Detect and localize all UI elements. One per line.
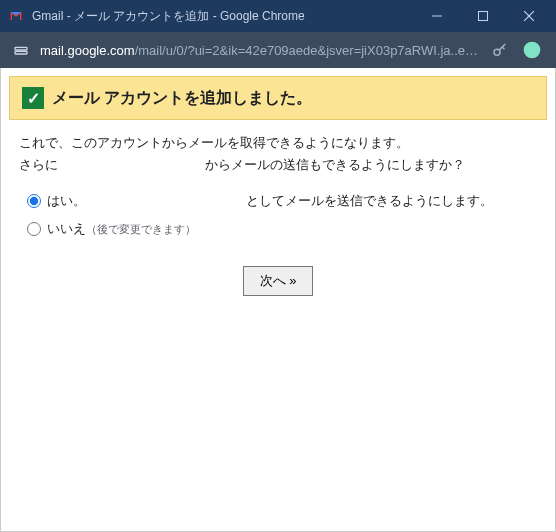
- window-title: Gmail - メール アカウントを追加 - Google Chrome: [32, 8, 414, 25]
- intro-line2-post: からメールの送信もできるようにしますか？: [205, 157, 465, 172]
- maximize-button[interactable]: [460, 0, 506, 32]
- svg-point-8: [524, 42, 541, 59]
- url-path: /mail/u/0/?ui=2&ik=42e709aede&jsver=jiX0…: [135, 43, 478, 58]
- intro-line1: これで、このアカウントからメールを取得できるようになります。: [19, 135, 409, 150]
- no-text: いいえ: [47, 221, 86, 236]
- intro-text: これで、このアカウントからメールを取得できるようになります。 さらに からメール…: [19, 132, 537, 176]
- svg-rect-1: [479, 12, 488, 21]
- page-content: ✓ メール アカウントを追加しました。 これで、このアカウントからメールを取得で…: [0, 68, 556, 532]
- radio-yes[interactable]: [27, 194, 41, 208]
- yes-pre: はい。: [47, 193, 86, 208]
- url-text[interactable]: mail.google.com/mail/u/0/?ui=2&ik=42e709…: [40, 43, 480, 58]
- password-key-icon[interactable]: [490, 41, 510, 59]
- intro-line2-pre: さらに: [19, 157, 58, 172]
- radio-no-label[interactable]: いいえ（後で変更できます）: [47, 220, 196, 238]
- radio-yes-label[interactable]: はい。としてメールを送信できるようにします。: [47, 192, 493, 210]
- gmail-icon: [8, 8, 24, 24]
- yes-post: としてメールを送信できるようにします。: [246, 193, 493, 208]
- banner-text: メール アカウントを追加しました。: [52, 88, 312, 109]
- radio-row-no: いいえ（後で変更できます）: [27, 220, 537, 238]
- redacted-email-2: [86, 195, 246, 208]
- address-bar: mail.google.com/mail/u/0/?ui=2&ik=42e709…: [0, 32, 556, 68]
- radio-no[interactable]: [27, 222, 41, 236]
- url-host: mail.google.com: [40, 43, 135, 58]
- window-controls: [414, 0, 552, 32]
- radio-group: はい。としてメールを送信できるようにします。 いいえ（後で変更できます）: [19, 192, 537, 238]
- next-button[interactable]: 次へ »: [243, 266, 314, 296]
- no-hint: （後で変更できます）: [86, 223, 196, 235]
- svg-rect-5: [15, 51, 27, 54]
- window-titlebar: Gmail - メール アカウントを追加 - Google Chrome: [0, 0, 556, 32]
- close-button[interactable]: [506, 0, 552, 32]
- radio-row-yes: はい。としてメールを送信できるようにします。: [27, 192, 537, 210]
- check-icon: ✓: [22, 87, 44, 109]
- redacted-email: [62, 159, 202, 172]
- minimize-button[interactable]: [414, 0, 460, 32]
- success-banner: ✓ メール アカウントを追加しました。: [9, 76, 547, 120]
- extension-icon[interactable]: [520, 38, 544, 62]
- site-info-icon[interactable]: [12, 41, 30, 59]
- svg-rect-4: [15, 47, 27, 50]
